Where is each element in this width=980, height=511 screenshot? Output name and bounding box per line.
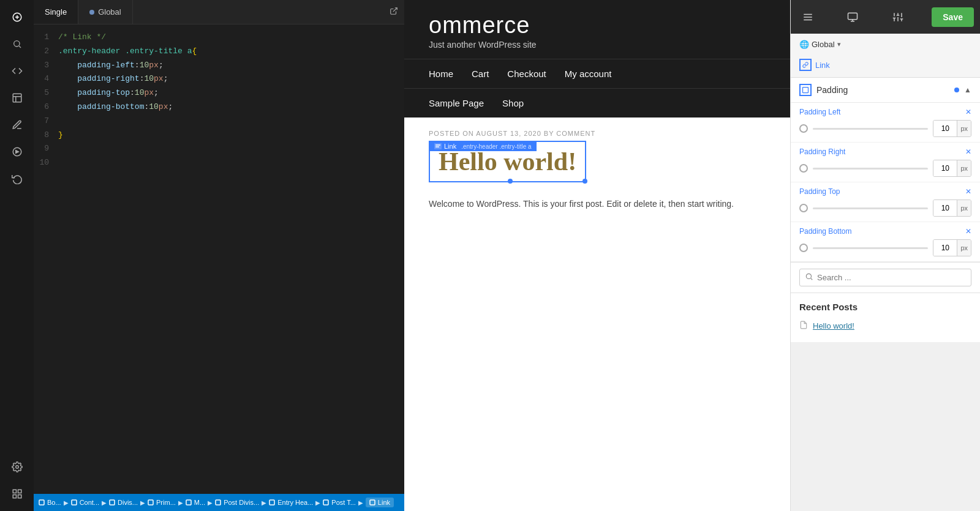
breadcrumb-link[interactable]: Link: [366, 498, 394, 507]
svg-rect-21: [270, 500, 274, 505]
nav-sample-page[interactable]: Sample Page: [429, 98, 484, 108]
svg-rect-13: [18, 495, 21, 498]
wp-site-tagline: Just another WordPress site: [429, 40, 766, 50]
external-link-icon[interactable]: [383, 7, 404, 17]
padding-left-row: Padding Left ✕ px: [791, 103, 980, 143]
save-button[interactable]: Save: [932, 7, 974, 27]
layout-icon[interactable]: [6, 87, 28, 109]
search-input[interactable]: [817, 273, 966, 282]
padding-left-input[interactable]: [933, 121, 957, 136]
chevron-down-icon: ▾: [837, 40, 841, 48]
svg-line-4: [19, 46, 21, 48]
tab-global[interactable]: Global: [78, 0, 133, 24]
breadcrumb-m[interactable]: M...: [186, 499, 205, 506]
preview-panel: ommerce Just another WordPress site Home…: [404, 0, 790, 511]
resize-handle-bc[interactable]: [508, 179, 513, 184]
animation-icon[interactable]: [6, 141, 28, 163]
recent-posts-title: Recent Posts: [799, 302, 971, 312]
padding-right-unit: px: [957, 160, 971, 176]
padding-icon: [799, 84, 812, 96]
grid-icon[interactable]: [6, 483, 28, 505]
devices-button[interactable]: [842, 6, 864, 28]
nav-shop[interactable]: Shop: [502, 98, 524, 108]
padding-left-slider[interactable]: [813, 128, 928, 130]
padding-right-remove[interactable]: ✕: [965, 147, 971, 156]
global-label: Global: [812, 40, 835, 49]
padding-top-row: Padding Top ✕ px: [791, 182, 980, 222]
right-panel: Save 🌐 Global ▾ Link: [790, 0, 980, 511]
search-box: [799, 269, 971, 286]
svg-line-44: [811, 278, 813, 280]
undo-icon[interactable]: [6, 168, 28, 190]
svg-rect-24: [434, 143, 442, 149]
code-line-4: 4 padding-right:10px;: [34, 72, 404, 86]
nav-cart[interactable]: Cart: [472, 69, 489, 79]
padding-right-input[interactable]: [933, 160, 957, 176]
collapse-padding-button[interactable]: ▲: [964, 86, 971, 94]
padding-bottom-slider[interactable]: [813, 247, 928, 249]
padding-top-remove[interactable]: ✕: [965, 187, 971, 196]
post-icon: [799, 321, 808, 331]
breadcrumb-entry-hea[interactable]: Entry Hea...: [269, 499, 313, 506]
nav-my-account[interactable]: My account: [565, 69, 612, 79]
wp-post-title-label: Link .entry-header .entry-title a: [429, 141, 537, 151]
main-content: Single Global 1 /* Link */ 2 .entry-head…: [34, 0, 404, 511]
padding-top-label: Padding Top: [799, 187, 840, 196]
breadcrumb-post-t[interactable]: Post T...: [323, 499, 356, 506]
left-sidebar: [0, 0, 34, 511]
link-label-tag: Link: [444, 143, 456, 150]
padding-left-remove[interactable]: ✕: [965, 108, 971, 116]
resize-handle-br[interactable]: [582, 179, 587, 184]
padding-right-slider[interactable]: [813, 168, 928, 170]
wp-post-excerpt: Welcome to WordPress. This is your first…: [429, 197, 766, 211]
settings-icon[interactable]: [6, 456, 28, 478]
code-editor[interactable]: 1 /* Link */ 2 .entry-header .entry-titl…: [34, 24, 404, 494]
link-label[interactable]: Link: [815, 61, 830, 70]
padding-bottom-remove[interactable]: ✕: [965, 227, 971, 236]
padding-section: Padding ▲ Padding Left ✕ px: [791, 78, 980, 263]
code-line-1: 1 /* Link */: [34, 31, 404, 45]
padding-right-radio[interactable]: [799, 164, 808, 173]
tab-global-dot: [89, 10, 94, 15]
breadcrumb-bar: Bo... ▶ Cont... ▶ Divis... ▶ Prim... ▶ M…: [34, 494, 404, 511]
recent-posts-section: Recent Posts Hello world!: [791, 293, 980, 342]
padding-right-label: Padding Right: [799, 147, 845, 156]
code-icon[interactable]: [6, 60, 28, 82]
code-line-6: 6 padding-bottom:10px;: [34, 100, 404, 114]
svg-rect-10: [13, 490, 16, 493]
code-line-5: 5 padding-top:10px;: [34, 86, 404, 100]
padding-bottom-input-group: px: [933, 239, 971, 256]
padding-left-radio[interactable]: [799, 124, 808, 133]
padding-bottom-row: Padding Bottom ✕ px: [791, 222, 980, 262]
global-row: 🌐 Global ▾: [791, 34, 980, 55]
nav-home[interactable]: Home: [429, 69, 453, 79]
cursor-icon[interactable]: [6, 6, 28, 28]
tab-single[interactable]: Single: [34, 0, 78, 24]
search-icon[interactable]: [6, 33, 28, 55]
brush-icon[interactable]: [6, 114, 28, 136]
padding-left-label: Padding Left: [799, 108, 840, 116]
breadcrumb-cont[interactable]: Cont...: [71, 499, 99, 506]
nav-checkout[interactable]: Checkout: [507, 69, 546, 79]
recent-post-link-hello[interactable]: Hello world!: [813, 321, 854, 330]
breadcrumb-bo[interactable]: Bo...: [39, 499, 61, 506]
globe-icon: 🌐: [799, 40, 809, 49]
padding-top-slider[interactable]: [813, 207, 928, 209]
breadcrumb-post-divis[interactable]: Post Divis...: [215, 499, 259, 506]
padding-bottom-radio[interactable]: [799, 244, 808, 252]
svg-rect-19: [186, 500, 191, 505]
breadcrumb-prim[interactable]: Prim...: [148, 499, 176, 506]
menu-button[interactable]: [797, 6, 819, 28]
padding-left-header: Padding Left ✕: [799, 108, 971, 116]
global-button[interactable]: 🌐 Global ▾: [799, 40, 841, 49]
padding-bottom-controls: px: [799, 239, 971, 256]
padding-bottom-input[interactable]: [933, 240, 957, 256]
padding-top-input[interactable]: [933, 200, 957, 216]
sliders-button[interactable]: [887, 6, 909, 28]
padding-top-radio[interactable]: [799, 204, 808, 212]
wp-preview: ommerce Just another WordPress site Home…: [404, 0, 790, 511]
svg-rect-16: [72, 500, 77, 505]
svg-rect-12: [13, 495, 16, 498]
padding-left-controls: px: [799, 120, 971, 137]
breadcrumb-divis1[interactable]: Divis...: [109, 499, 138, 506]
